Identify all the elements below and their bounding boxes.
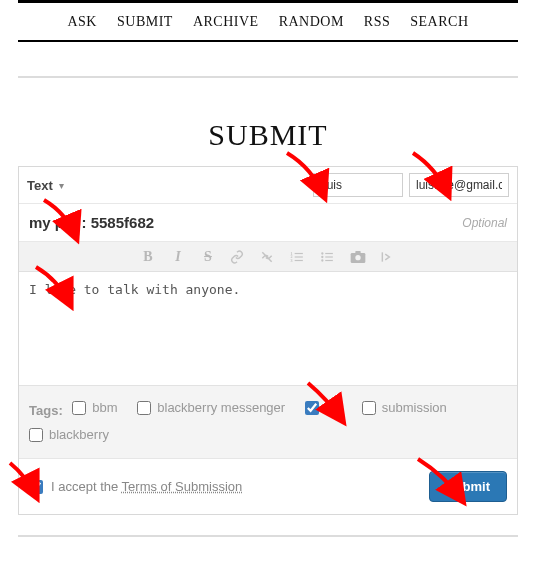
name-field[interactable] [313, 173, 403, 197]
optional-label: Optional [462, 216, 507, 230]
nav-search[interactable]: SEARCH [410, 14, 468, 30]
top-nav: ASK SUBMIT ARCHIVE RANDOM RSS SEARCH [18, 0, 518, 42]
svg-point-9 [321, 259, 323, 261]
svg-rect-3 [295, 259, 303, 260]
post-type-label: Text [27, 178, 53, 193]
svg-rect-2 [295, 256, 303, 257]
tags-label: Tags: [29, 403, 63, 418]
body-field[interactable] [19, 272, 517, 382]
tag-bbm[interactable]: bbm [72, 396, 117, 420]
accept-checkbox[interactable] [29, 480, 43, 494]
svg-rect-10 [325, 252, 333, 253]
svg-point-14 [355, 255, 360, 260]
svg-text:3: 3 [291, 257, 293, 262]
unlink-icon[interactable] [260, 250, 276, 264]
svg-rect-12 [325, 259, 333, 260]
submit-form: Text ▾ Optional B I S 123 Tags [18, 166, 518, 515]
accept-text: I accept the Terms of Submission [51, 479, 242, 494]
nav-random[interactable]: RANDOM [279, 14, 344, 30]
svg-point-7 [321, 252, 323, 254]
unordered-list-icon[interactable] [320, 250, 336, 264]
tag-pin[interactable]: pin [305, 396, 342, 420]
tags-section: Tags: bbm blackberry messenger pin submi… [19, 385, 517, 458]
tag-blackberry-messenger[interactable]: blackberry messenger [137, 396, 285, 420]
accept-row: I accept the Terms of Submission Submit [19, 458, 517, 514]
page-title: SUBMIT [0, 118, 536, 152]
bold-icon[interactable]: B [140, 250, 156, 264]
svg-rect-1 [295, 252, 303, 253]
svg-rect-15 [355, 251, 360, 254]
editor-toolbar: B I S 123 [19, 242, 517, 272]
nav-submit[interactable]: SUBMIT [117, 14, 173, 30]
email-field[interactable] [409, 173, 509, 197]
nav-rss[interactable]: RSS [364, 14, 390, 30]
submit-button[interactable]: Submit [429, 471, 507, 502]
ordered-list-icon[interactable]: 123 [290, 250, 306, 264]
terms-link[interactable]: Terms of Submission [122, 479, 243, 494]
nav-ask[interactable]: ASK [67, 14, 97, 30]
tag-blackberry[interactable]: blackberry [29, 423, 109, 447]
svg-rect-11 [325, 256, 333, 257]
link-icon[interactable] [230, 250, 246, 264]
strike-icon[interactable]: S [200, 250, 216, 264]
dropdown-icon[interactable]: ▾ [59, 180, 64, 191]
image-icon[interactable] [350, 250, 366, 264]
divider-bottom [18, 535, 518, 537]
divider [18, 76, 518, 78]
readmore-icon[interactable] [380, 250, 396, 264]
nav-archive[interactable]: ARCHIVE [193, 14, 259, 30]
svg-point-8 [321, 255, 323, 257]
tag-submission[interactable]: submission [362, 396, 447, 420]
title-field[interactable] [29, 214, 462, 231]
italic-icon[interactable]: I [170, 250, 186, 264]
